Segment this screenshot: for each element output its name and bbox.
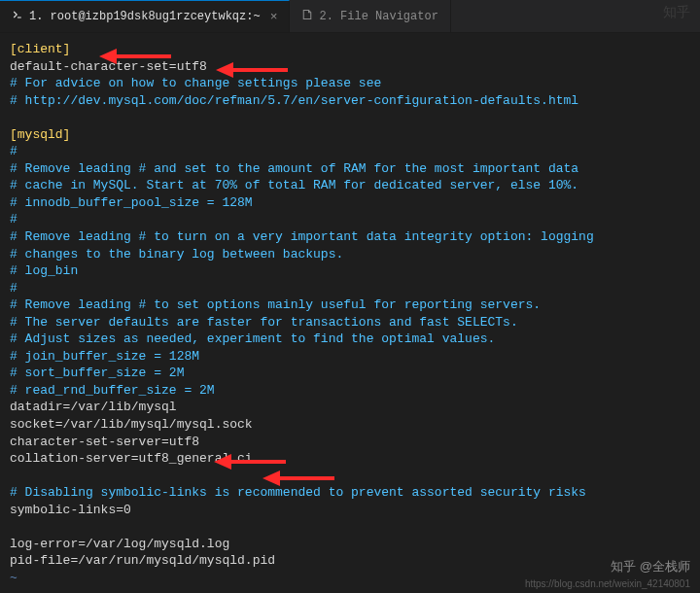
terminal-line [10,518,690,536]
tab-file-navigator-label: 2. File Navigator [319,10,438,23]
terminal-icon [12,9,23,24]
watermark-top: 知乎 [663,4,690,21]
terminal-line: # log_bin [10,262,690,280]
terminal-line: # [10,211,690,228]
terminal-line: socket=/var/lib/mysql/mysql.sock [10,416,690,434]
terminal-line: character-set-server=utf8 [10,434,690,451]
terminal-line [10,109,690,126]
tab-terminal-label: 1. root@izbp19dsk8ug1rzceytwkqz:~ [29,10,261,23]
terminal-output[interactable]: [client]default-character-set=utf8# For … [0,33,700,593]
tab-file-navigator[interactable]: 2. File Navigator [290,0,450,32]
terminal-line: # read_rnd_buffer_size = 2M [10,382,690,400]
terminal-line: # join_buffer_size = 128M [10,348,690,366]
terminal-line: # [10,143,690,160]
terminal-line: datadir=/var/lib/mysql [10,399,690,416]
terminal-line: # [10,280,690,297]
terminal-line: # innodb_buffer_pool_size = 128M [10,194,690,212]
tab-terminal[interactable]: 1. root@izbp19dsk8ug1rzceytwkqz:~ × [0,0,290,32]
watermark-bottom: 知乎 @全栈师 [611,558,690,576]
terminal-line: collation-server=utf8_general_ci [10,450,690,468]
terminal-line: # Remove leading # to turn on a very imp… [10,228,690,246]
terminal-line: # Adjust sizes as needed, experiment to … [10,331,690,348]
watermark-url: https://blog.csdn.net/weixin_42140801 [525,578,690,589]
terminal-line: default-character-set=utf8 [10,58,690,76]
terminal-line: # sort_buffer_size = 2M [10,365,690,382]
terminal-line: symbolic-links=0 [10,502,690,519]
terminal-line: # Remove leading # and set to the amount… [10,160,690,178]
terminal-line: # The server defaults are faster for tra… [10,314,690,331]
terminal-line: # Remove leading # to set options mainly… [10,296,690,314]
close-icon[interactable]: × [266,10,278,24]
terminal-line: # cache in MySQL. Start at 70% of total … [10,177,690,194]
file-icon [301,9,313,24]
terminal-line: # Disabling symbolic-links is recommende… [10,484,690,502]
terminal-line: # For advice on how to change settings p… [10,75,690,92]
terminal-line: log-error=/var/log/mysqld.log [10,536,690,553]
terminal-line: pid-file=/var/run/mysqld/mysqld.pid [10,552,690,570]
terminal-line: [client] [10,41,690,58]
terminal-line: # changes to the binary log between back… [10,246,690,263]
terminal-line [10,468,690,485]
tab-bar: 1. root@izbp19dsk8ug1rzceytwkqz:~ × 2. F… [0,0,700,33]
terminal-line: # http://dev.mysql.com/doc/refman/5.7/en… [10,92,690,110]
terminal-line: [mysqld] [10,126,690,144]
